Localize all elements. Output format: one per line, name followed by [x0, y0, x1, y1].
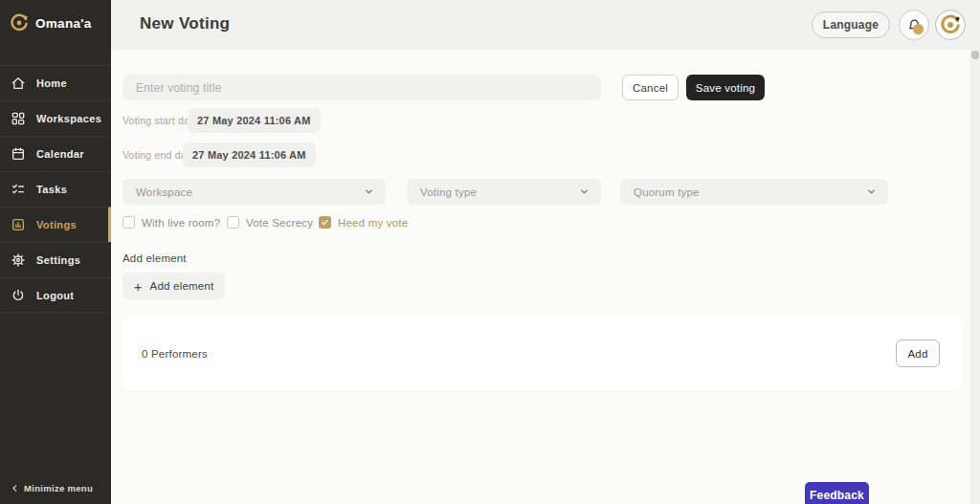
add-element-title: Add element: [122, 252, 187, 264]
add-element-button[interactable]: + Add element: [122, 273, 225, 299]
workspace-dropdown-label: Workspace: [136, 186, 192, 198]
brand-logo: Omana'a: [9, 12, 92, 33]
sidebar-item-votings[interactable]: Votings: [0, 207, 111, 242]
sidebar-item-workspaces[interactable]: Workspaces: [0, 100, 111, 136]
page-title: New Voting: [140, 14, 230, 33]
checkbox-label: Heed my vote: [338, 217, 408, 229]
save-voting-button[interactable]: Save voting: [686, 75, 765, 100]
voting-start-date-field[interactable]: 27 May 2024 11:06 AM: [188, 108, 321, 133]
performers-card: 0 Performers Add: [122, 316, 962, 391]
chevron-down-icon: [866, 186, 877, 197]
minimize-menu-label: Minimize menu: [24, 483, 93, 493]
sidebar-item-settings[interactable]: Settings: [0, 242, 111, 277]
chevron-left-icon: [11, 484, 19, 493]
checkbox-box: [319, 216, 331, 229]
brand-logo-icon: [9, 12, 30, 33]
brand-logo-icon: [939, 13, 962, 36]
sidebar-menu: Home Workspaces Calendar: [0, 65, 111, 313]
add-performer-button[interactable]: Add: [896, 340, 940, 367]
voting-title-input[interactable]: [122, 75, 601, 100]
checkbox-label: Vote Secrecy: [246, 217, 313, 229]
votings-icon: [11, 217, 26, 232]
quorum-type-dropdown[interactable]: Quorum type: [620, 179, 888, 205]
heed-my-vote-checkbox[interactable]: Heed my vote: [319, 216, 408, 229]
add-element-button-label: Add element: [150, 280, 214, 292]
voting-end-date-field[interactable]: 27 May 2024 11:06 AM: [183, 142, 316, 167]
checkbox-box: [122, 216, 135, 229]
voting-type-dropdown[interactable]: Voting type: [407, 179, 601, 205]
tasks-icon: [11, 182, 26, 197]
sidebar-item-label: Home: [36, 77, 67, 89]
scrollbar[interactable]: [970, 50, 980, 504]
feedback-button[interactable]: Feedback: [805, 482, 869, 504]
chevron-down-icon: [579, 186, 590, 197]
home-icon: [11, 76, 26, 91]
check-icon: [321, 218, 329, 227]
vote-secrecy-checkbox[interactable]: Vote Secrecy: [227, 216, 313, 229]
sidebar: Omana'a Home Workspaces: [0, 0, 111, 504]
top-bar: New Voting Language: [111, 0, 980, 50]
sidebar-item-label: Workspaces: [36, 113, 101, 124]
sidebar-item-label: Votings: [36, 219, 77, 230]
chevron-down-icon: [364, 186, 374, 197]
plus-icon: +: [134, 279, 143, 294]
checkbox-label: With live room?: [142, 217, 220, 229]
workspace-dropdown[interactable]: Workspace: [122, 179, 386, 205]
sidebar-item-label: Logout: [36, 290, 74, 301]
performers-count: 0 Performers: [142, 348, 208, 360]
logout-icon: [11, 288, 26, 303]
sidebar-item-home[interactable]: Home: [0, 65, 111, 100]
cancel-button[interactable]: Cancel: [622, 75, 679, 100]
checkbox-box: [227, 216, 239, 229]
minimize-menu-button[interactable]: Minimize menu: [11, 483, 93, 493]
notification-badge: [913, 24, 924, 34]
workspaces-icon: [11, 111, 26, 126]
with-live-room-checkbox[interactable]: With live room?: [122, 216, 220, 229]
calendar-icon: [11, 146, 26, 162]
sidebar-item-label: Calendar: [36, 148, 84, 160]
notifications-button[interactable]: [899, 10, 929, 40]
sidebar-item-label: Tasks: [36, 184, 67, 195]
scrollbar-thumb[interactable]: [971, 51, 979, 59]
language-button[interactable]: Language: [812, 11, 890, 38]
quorum-type-dropdown-label: Quorum type: [634, 186, 700, 198]
sidebar-item-label: Settings: [36, 254, 80, 266]
app-window: Omana'a Home Workspaces: [0, 0, 980, 504]
settings-icon: [11, 252, 26, 268]
avatar[interactable]: [935, 10, 966, 40]
brand-name: Omana'a: [35, 16, 92, 31]
sidebar-item-tasks[interactable]: Tasks: [0, 171, 111, 207]
sidebar-item-logout[interactable]: Logout: [0, 277, 111, 313]
sidebar-item-calendar[interactable]: Calendar: [0, 136, 111, 171]
voting-type-dropdown-label: Voting type: [420, 186, 477, 198]
